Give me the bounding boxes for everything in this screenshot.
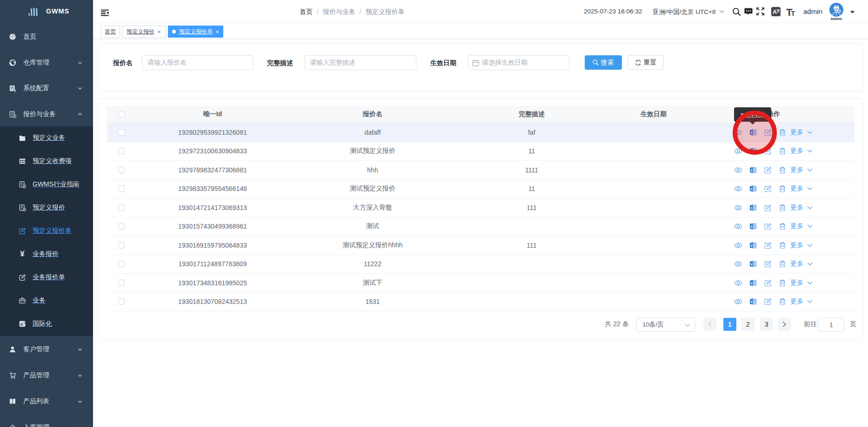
svg-text:x: x bbox=[751, 225, 753, 228]
svg-text:¥: ¥ bbox=[24, 209, 25, 211]
svg-text:¥: ¥ bbox=[14, 115, 15, 118]
svg-text:x: x bbox=[751, 168, 753, 171]
svg-text:x: x bbox=[751, 243, 753, 247]
svg-text:¥: ¥ bbox=[24, 185, 25, 188]
svg-text:A: A bbox=[773, 9, 777, 15]
svg-text:x: x bbox=[751, 300, 753, 303]
svg-text:x: x bbox=[751, 187, 753, 191]
svg-text:x: x bbox=[751, 206, 753, 209]
svg-text:x: x bbox=[751, 281, 753, 284]
svg-text:x: x bbox=[751, 263, 753, 266]
svg-text:A: A bbox=[20, 322, 23, 327]
